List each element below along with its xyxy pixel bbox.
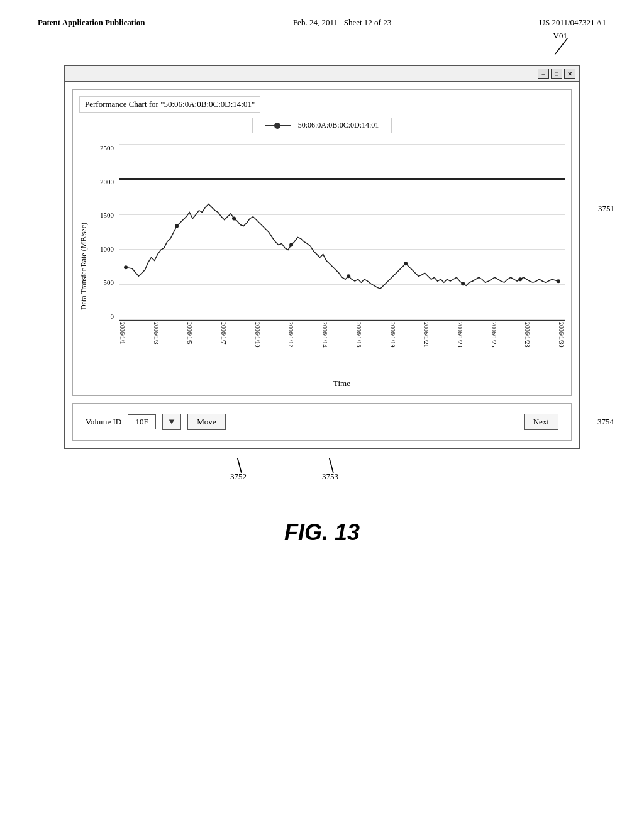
controls-section: Volume ID Move Next (72, 403, 572, 441)
x-label-4: 2006/1/10 (254, 322, 261, 372)
x-label-5: 2006/1/12 (287, 322, 294, 372)
v01-label: V01 ╱ (553, 31, 567, 52)
dropdown-button[interactable] (162, 414, 181, 430)
y-tick-2500: 2500 (92, 145, 114, 152)
y-tick-1500: 1500 (92, 212, 114, 219)
svg-point-2 (232, 217, 236, 221)
x-label-11: 2006/1/25 (491, 322, 497, 372)
x-label-2: 2006/1/5 (186, 322, 193, 372)
annotation-3752: ╲ 3752 (230, 459, 247, 482)
svg-point-7 (518, 277, 522, 281)
maximize-button[interactable]: □ (551, 69, 562, 79)
annotation-3753: ╲ 3753 (322, 459, 338, 482)
y-tick-500: 500 (92, 279, 114, 286)
chart-title: Performance Chart for "50:06:0A:0B:0C:0D… (79, 96, 260, 113)
date-label: Feb. 24, 2011 (293, 18, 338, 27)
minimize-button[interactable]: – (538, 69, 549, 79)
publication-label: Patent Application Publication (38, 18, 145, 28)
close-button[interactable]: ✕ (564, 69, 575, 79)
x-label-3: 2006/1/7 (220, 322, 227, 372)
next-button[interactable]: Next (524, 414, 558, 430)
svg-point-8 (557, 279, 560, 283)
annotation-row: ╲ 3752 ╲ 3753 (230, 459, 338, 482)
patent-number-label: US 2011/047321 A1 (540, 18, 606, 28)
svg-point-5 (404, 262, 408, 265)
chart-data-svg (119, 145, 565, 320)
x-axis-labels: 2006/1/1 2006/1/3 2006/1/5 2006/1/7 2006… (119, 322, 565, 372)
chart-inner: 0 500 1000 1500 2000 2500 (91, 145, 565, 389)
chart-legend: 50:06:0A:0B:0C:0D:14:01 (252, 118, 392, 133)
svg-point-6 (461, 282, 465, 285)
x-label-10: 2006/1/23 (457, 322, 464, 372)
y-axis-label: Data Transfer Rate (MB/sec) (79, 145, 89, 389)
sheet-label: Sheet 12 of 23 (344, 18, 391, 27)
svg-point-1 (175, 224, 179, 228)
x-label-7: 2006/1/16 (355, 322, 362, 372)
volume-id-label: Volume ID (86, 417, 121, 427)
legend-label: 50:06:0A:0B:0C:0D:14:01 (298, 121, 379, 130)
x-label-6: 2006/1/14 (321, 322, 328, 372)
y-tick-0: 0 (92, 313, 114, 320)
y-tick-1000: 1000 (92, 246, 114, 253)
x-label-12: 2006/1/28 (524, 322, 531, 372)
window-titlebar: – □ ✕ (65, 66, 579, 82)
chart-area: Data Transfer Rate (MB/sec) 0 500 1000 (79, 145, 565, 389)
x-label-1: 2006/1/3 (153, 322, 160, 372)
x-label-0: 2006/1/1 (119, 322, 126, 372)
date-sheet-label: Feb. 24, 2011 Sheet 12 of 23 (293, 18, 391, 28)
svg-point-4 (347, 274, 350, 278)
controls-left: Volume ID Move (86, 414, 226, 430)
volume-id-input[interactable] (128, 414, 156, 429)
x-axis-title: Time (119, 379, 565, 389)
label-3754: 3754 (597, 417, 614, 427)
svg-point-0 (124, 265, 128, 269)
svg-marker-9 (169, 420, 175, 424)
label-3751: 3751 (598, 204, 614, 214)
x-label-13: 2006/1/30 (558, 322, 565, 372)
x-label-9: 2006/1/21 (423, 322, 430, 372)
svg-point-3 (289, 243, 293, 246)
move-button[interactable]: Move (187, 414, 225, 430)
figure-caption: FIG. 13 (284, 519, 360, 546)
controls-wrapper: Volume ID Move Next 3754 (65, 403, 579, 441)
y-tick-2000: 2000 (92, 179, 114, 185)
chart-plot-area: 0 500 1000 1500 2000 2500 (119, 145, 565, 321)
chart-section: Performance Chart for "50:06:0A:0B:0C:0D… (72, 89, 572, 396)
x-label-8: 2006/1/19 (389, 322, 396, 372)
main-window: – □ ✕ Performance Chart for "50:06:0A:0B… (64, 65, 580, 449)
